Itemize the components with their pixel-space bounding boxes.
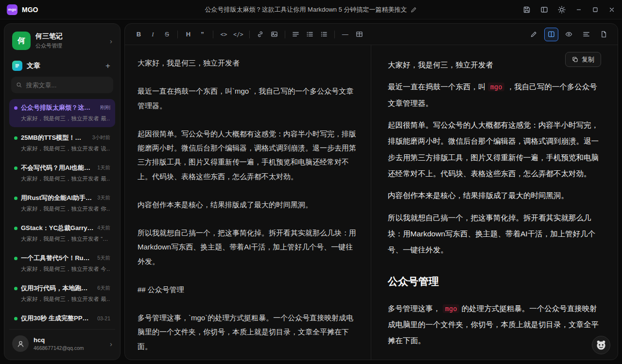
chevron-right-icon: › — [110, 37, 112, 45]
user-account-row[interactable]: hcq 4668677142@qq.com › — [9, 329, 115, 355]
panda-face-icon — [595, 339, 607, 351]
italic-button[interactable]: I — [146, 28, 160, 41]
edit-title-icon[interactable] — [411, 6, 417, 13]
blockquote-button[interactable]: ” — [195, 28, 209, 41]
copy-button[interactable]: 复制 — [565, 52, 601, 67]
preview-paragraph: 内容创作本来是核心，结果排版成了最大的时间黑洞。 — [388, 187, 601, 203]
heading-button[interactable]: H — [181, 28, 195, 41]
workspace-title: 何三笔记 — [35, 32, 63, 41]
ordered-list-button[interactable] — [303, 28, 317, 41]
save-icon[interactable] — [523, 6, 531, 14]
sidebar-toggle-icon[interactable] — [540, 6, 548, 14]
workspace-header[interactable]: 何 何三笔记 公众号管理 › — [9, 31, 115, 57]
toolbar-separator — [213, 31, 213, 38]
split-view-button[interactable] — [544, 28, 558, 41]
articles-section-header: 文章 + — [9, 57, 115, 76]
article-list-item[interactable]: 仅用30秒 生成完整PP… 03-21 — [9, 310, 115, 325]
workspace-subtitle: 公众号管理 — [35, 42, 63, 50]
search-icon — [16, 82, 22, 88]
article-list-item[interactable]: 不会写代码？用AI也能… 1天前 大家好，我是何三，独立开发者 最… — [9, 159, 115, 187]
user-name: hcq — [34, 336, 84, 344]
article-list: 公众号排版太麻烦？这… 刚刚 大家好，我是何三，独立开发者 最… 25MB的TT… — [9, 99, 115, 325]
editor-line: 所以我就想自己搞一个，把这事简化掉。拆开看其实就那么几块：用Markdown写东… — [138, 226, 358, 268]
editor-line: 内容创作本来是核心，结果排版成了最大的时间黑洞。 — [138, 198, 358, 212]
preview-paragraph: 所以我就想自己搞一个，把这事简化掉。拆开看其实就那么几块：用Markdown写东… — [388, 210, 601, 258]
workspace-avatar: 何 — [12, 32, 31, 50]
preview-paragraph: 多号管理这事， mgo 的处理方式挺粗暴。一个公众号直接映射成电脑里的一个文件夹… — [388, 300, 601, 349]
preview-paragraph: 最近一直在捣鼓一个东西，叫 mgo ，我自己写的一个多公众号文章管理器。 — [388, 79, 601, 111]
preview-heading: 公众号管理 — [388, 270, 601, 292]
editor-line: 多号管理这事，`mgo`的处理方式挺粗暴。一个公众号直接映射成电脑里的一个文件夹… — [138, 311, 358, 353]
theme-toggle-icon[interactable] — [558, 6, 566, 14]
app-name: MGO — [22, 6, 38, 14]
editor-line: 起因很简单。写公众号的人大概都有这感觉：内容半小时写完，排版能磨两小时。微信后台… — [138, 127, 358, 183]
editor-line: 最近一直在捣鼓一个东西，叫`mgo`，我自己写的一个多公众号文章管理器。 — [138, 84, 358, 113]
add-article-button[interactable]: + — [104, 61, 112, 71]
toolbar-separator — [177, 31, 178, 38]
editor-line: ## 公众号管理 — [138, 282, 358, 297]
strikethrough-button[interactable]: S — [160, 28, 174, 41]
article-list-item[interactable]: 25MB的TTS模型！… 3小时前 大家好，我是何三，独立开发者 说… — [9, 129, 115, 157]
status-dot — [14, 257, 17, 260]
inline-code-button[interactable]: <> — [217, 28, 231, 41]
article-list-item[interactable]: 用Rust写的全能AI助手… 3天前 大家好，我是何三，独立开发者 你… — [9, 189, 115, 217]
window-maximize-button[interactable] — [592, 6, 599, 13]
window-close-button[interactable] — [608, 6, 615, 13]
markdown-editor[interactable]: 大家好，我是何三，独立开发者 最近一直在捣鼓一个东西，叫`mgo`，我自己写的一… — [125, 45, 371, 360]
article-list-item[interactable]: 仅用3行代码，本地跑… 6天前 大家好，我是何三，独立开发者 最… — [9, 280, 115, 308]
user-avatar — [12, 335, 29, 352]
document-title-bar: 公众号排版太麻烦？这款工具让你用 Markdown 5 分钟搞定一篇精美推文 — [205, 5, 417, 14]
window-minimize-button[interactable] — [575, 6, 582, 13]
article-list-icon — [12, 61, 22, 71]
bullet-list-button[interactable] — [317, 28, 331, 41]
document-info-button[interactable] — [597, 28, 611, 41]
preview-pane: 复制 大家好，我是何三，独立开发者 最近一直在捣鼓一个东西，叫 mgo ，我自己… — [371, 45, 618, 360]
insert-table-button[interactable] — [352, 28, 366, 41]
edit-mode-button[interactable] — [527, 28, 541, 41]
titlebar: mgo MGO 公众号排版太麻烦？这款工具让你用 Markdown 5 分钟搞定… — [0, 0, 622, 19]
status-dot — [14, 106, 17, 110]
copy-icon — [572, 56, 578, 63]
insert-image-button[interactable] — [267, 28, 281, 41]
status-dot — [14, 227, 17, 230]
article-list-item[interactable]: 一个工具替代5个！Ru… 5天前 大家好，我是何三，独立开发者 今… — [9, 249, 115, 278]
article-list-item[interactable]: GStack：YC总裁Garry… 4天前 大家好，我是何三，独立开发者 “… — [9, 219, 115, 248]
app-logo: mgo — [7, 4, 17, 15]
article-list-item[interactable]: 公众号排版太麻烦？这… 刚刚 大家好，我是何三，独立开发者 最… — [9, 99, 115, 127]
insert-link-button[interactable] — [253, 28, 267, 41]
articles-section-title: 文章 — [27, 62, 40, 70]
formatting-toolbar: B I S H ” <> </> — [125, 24, 618, 45]
bold-button[interactable]: B — [132, 28, 146, 41]
inline-code: mgo — [488, 83, 505, 91]
preview-paragraph: 起因很简单。写公众号的人大概都有这感觉：内容半小时写完，排版能磨两小时。微信后台… — [388, 117, 601, 182]
editor-panel: B I S H ” <> </> — [124, 23, 618, 360]
status-dot — [14, 166, 17, 170]
status-dot — [14, 136, 17, 140]
document-title: 公众号排版太麻烦？这款工具让你用 Markdown 5 分钟搞定一篇精美推文 — [205, 5, 407, 14]
paragraph-align-button[interactable] — [289, 28, 303, 41]
format-outline-button[interactable] — [579, 28, 593, 41]
status-dot — [14, 317, 17, 320]
ai-assistant-button[interactable] — [592, 336, 610, 354]
code-block-button[interactable]: </> — [231, 28, 246, 41]
search-input[interactable] — [26, 82, 108, 89]
horizontal-rule-button[interactable]: — — [338, 28, 352, 41]
inline-code: mgo — [443, 304, 460, 313]
chevron-right-icon: › — [110, 340, 112, 348]
status-dot — [14, 287, 17, 290]
toolbar-separator — [334, 31, 335, 38]
toolbar-separator — [285, 31, 285, 38]
editor-line: 大家好，我是何三，独立开发者 — [138, 56, 358, 70]
preview-mode-button[interactable] — [562, 28, 576, 41]
search-box[interactable] — [11, 77, 113, 93]
sidebar: 何 何三笔记 公众号管理 › 文章 + 公众号排版太麻烦？ — [4, 23, 121, 360]
status-dot — [14, 197, 17, 200]
toolbar-separator — [249, 31, 250, 38]
user-email: 4668677142@qq.com — [34, 345, 84, 351]
